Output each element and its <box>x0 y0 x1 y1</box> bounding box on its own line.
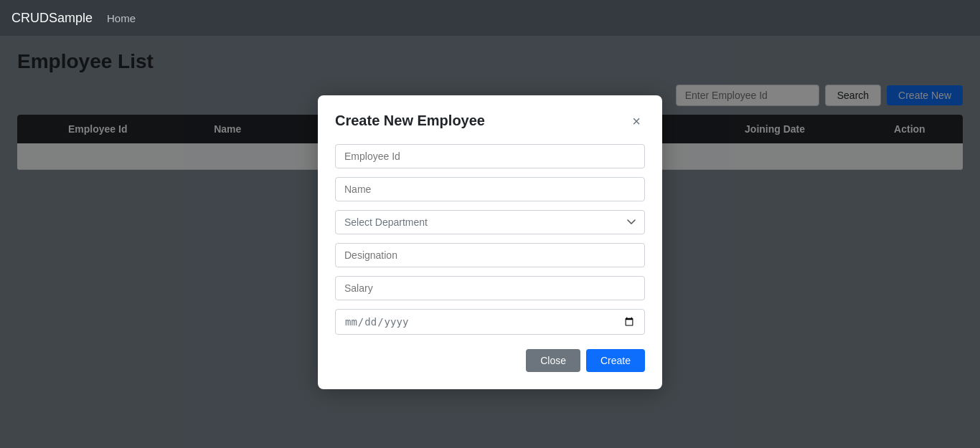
modal-body: Select Department Engineering HR Finance… <box>335 144 645 335</box>
name-input[interactable] <box>335 177 645 201</box>
modal-title: Create New Employee <box>335 113 485 129</box>
modal-header: Create New Employee × <box>335 113 645 130</box>
navbar-brand[interactable]: CRUDSample <box>11 11 93 26</box>
salary-input[interactable] <box>335 276 645 300</box>
modal-create-button[interactable]: Create <box>586 349 645 372</box>
modal-close-button[interactable]: Close <box>526 349 580 372</box>
department-select[interactable]: Select Department Engineering HR Finance… <box>335 210 645 234</box>
modal-overlay: Create New Employee × Select Department … <box>0 36 980 448</box>
create-employee-modal: Create New Employee × Select Department … <box>318 95 662 389</box>
joining-date-input[interactable] <box>335 309 645 335</box>
navbar: CRUDSample Home <box>0 0 980 36</box>
navbar-home-link[interactable]: Home <box>107 12 136 24</box>
designation-input[interactable] <box>335 243 645 267</box>
modal-footer: Close Create <box>335 349 645 372</box>
modal-close-x-button[interactable]: × <box>628 113 645 130</box>
page-background: Employee List Search Create New Employee… <box>0 36 980 448</box>
employee-id-input[interactable] <box>335 144 645 168</box>
